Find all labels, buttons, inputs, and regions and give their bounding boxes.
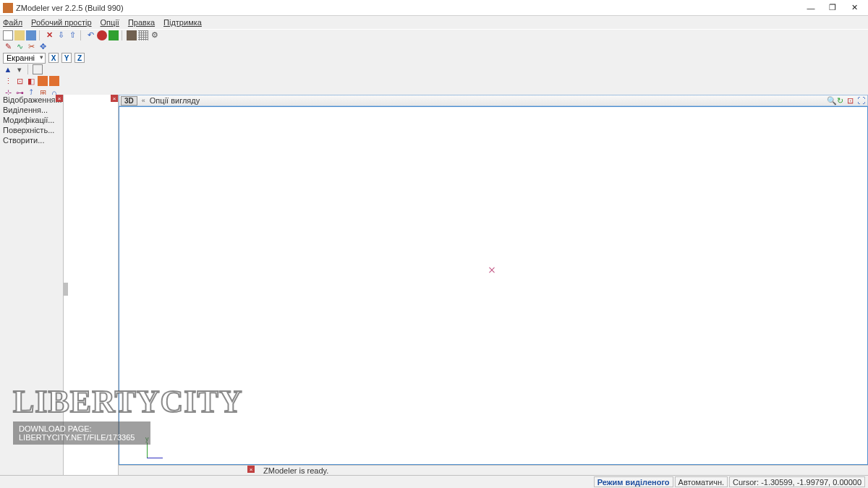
face-icon[interactable]: ◧ <box>26 76 36 86</box>
menu-help[interactable]: Підтримка <box>163 18 202 27</box>
separator <box>27 64 30 74</box>
undo-icon[interactable]: ↶ <box>85 30 95 40</box>
titlebar: ZModeler ver 2.2.5 (Build 990) — ❐ ✕ <box>0 0 868 16</box>
menu-workspace[interactable]: Робочий простір <box>31 18 92 27</box>
edge-icon[interactable]: ⊡ <box>14 76 25 86</box>
tools-panel: × Відображення... Виділення... Модифікац… <box>0 95 64 475</box>
menu-file[interactable]: Файл <box>3 18 22 27</box>
stop-icon[interactable] <box>97 30 107 40</box>
pen-icon[interactable]: ✎ <box>3 41 13 51</box>
edit-toolbar: ✎ ∿ ✂ ✥ <box>0 40 868 52</box>
tool-modify[interactable]: Модифікації... <box>0 115 63 125</box>
curve-icon[interactable]: ∿ <box>14 41 25 51</box>
main-toolbar: ✕ ⇩ ⇧ ↶ ⚙ <box>0 29 868 40</box>
dropdown-icon[interactable]: ▾ <box>14 64 25 74</box>
cone-icon[interactable]: ▲ <box>3 64 13 74</box>
status-cursor: Cursor: -1.30599, -1.99797, 0.00000 <box>729 476 865 487</box>
viewport-expand-icon[interactable]: « <box>142 97 145 104</box>
workspace: × Відображення... Виділення... Модифікац… <box>0 95 868 475</box>
panel-close-icon[interactable]: × <box>56 95 63 102</box>
zoom-icon[interactable]: 🔍 <box>827 96 835 105</box>
export-icon[interactable]: ⇧ <box>67 30 77 40</box>
object-toolbar: ▲ ▾ <box>0 64 868 75</box>
import-icon[interactable]: ⇩ <box>56 30 66 40</box>
axis-y-button[interactable]: Y <box>61 53 72 63</box>
box-icon[interactable] <box>33 64 43 74</box>
open-icon[interactable] <box>14 30 25 40</box>
axis-z-button[interactable]: Z <box>75 53 85 63</box>
tool-selection[interactable]: Виділення... <box>0 105 63 115</box>
output-bar: × ZModeler is ready. <box>119 465 868 475</box>
settings-icon[interactable]: ⚙ <box>150 30 160 40</box>
panel-close-icon[interactable]: × <box>111 95 118 102</box>
maximize-viewport-icon[interactable]: ⛶ <box>857 96 866 105</box>
scissors-icon[interactable]: ✂ <box>26 41 36 51</box>
selection-toolbar: ⋮ ⊡ ◧ <box>0 75 868 87</box>
maximize-button[interactable]: ❐ <box>822 1 843 15</box>
axis-y-icon <box>147 442 148 458</box>
window-title: ZModeler ver 2.2.5 (Build 990) <box>16 4 800 12</box>
go-icon[interactable] <box>109 30 119 40</box>
grid-icon[interactable] <box>138 30 148 40</box>
camera-icon[interactable] <box>127 30 137 40</box>
delete-icon[interactable]: ✕ <box>44 30 54 40</box>
menu-edit[interactable]: Правка <box>128 18 155 27</box>
separator <box>39 30 41 40</box>
viewport-header: 3D « Опції вигляду 🔍 ↻ ⊡ ⛶ <box>119 95 868 106</box>
status-mode: Режим виділеного <box>594 476 673 487</box>
close-button[interactable]: ✕ <box>843 1 865 15</box>
menu-options[interactable]: Опції <box>101 18 119 27</box>
axis-gizmo <box>147 440 166 458</box>
output-text: ZModeler is ready. <box>263 466 328 475</box>
axis-mode-dropdown[interactable]: Екранні <box>3 53 46 64</box>
status-auto: Автоматичн. <box>675 476 728 487</box>
tool-display[interactable]: Відображення... <box>0 95 63 105</box>
object-icon[interactable] <box>49 76 59 86</box>
output-close-icon[interactable]: × <box>247 466 255 473</box>
axis-toolbar: Екранні X Y Z <box>0 52 868 64</box>
move-icon[interactable]: ✥ <box>38 41 48 51</box>
splitter-handle[interactable] <box>64 283 68 296</box>
minimize-button[interactable]: — <box>800 1 822 15</box>
refresh-icon[interactable]: ↻ <box>837 96 846 105</box>
origin-marker-icon <box>488 266 495 273</box>
axis-x-icon <box>147 458 163 458</box>
viewport-options-label[interactable]: Опції вигляду <box>150 96 200 105</box>
separator <box>80 30 82 40</box>
new-icon[interactable] <box>3 30 13 40</box>
vertex-icon[interactable]: ⋮ <box>3 76 13 86</box>
axis-x-button[interactable]: X <box>48 53 59 63</box>
tool-surface[interactable]: Поверхність... <box>0 125 63 135</box>
scene-tree-panel: × <box>64 95 119 475</box>
menubar: Файл Робочий простір Опції Правка Підтри… <box>0 16 868 29</box>
element-icon[interactable] <box>38 76 48 86</box>
snap-icon[interactable]: ⊡ <box>847 96 856 105</box>
viewport-3d[interactable] <box>119 106 868 465</box>
viewport-mode-badge[interactable]: 3D <box>121 96 137 106</box>
separator <box>122 30 124 40</box>
statusbar: Режим виділеного Автоматичн. Cursor: -1.… <box>0 475 868 488</box>
app-icon <box>3 3 13 13</box>
viewport-area: 3D « Опції вигляду 🔍 ↻ ⊡ ⛶ × ZModeler is… <box>119 95 868 475</box>
tool-create[interactable]: Створити... <box>0 135 63 145</box>
save-icon[interactable] <box>26 30 36 40</box>
